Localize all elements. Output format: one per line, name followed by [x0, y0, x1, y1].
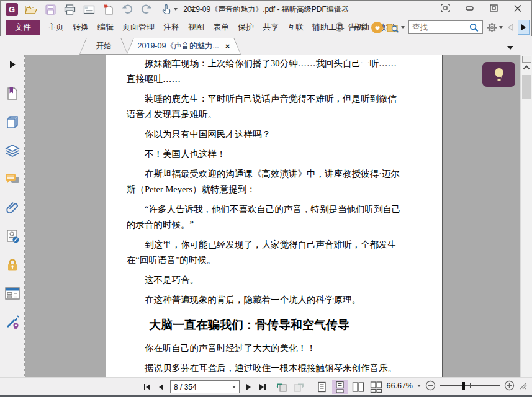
restore-button[interactable] [489, 4, 498, 15]
undo-button[interactable] [120, 2, 134, 16]
save-icon [45, 4, 56, 15]
email-button[interactable] [82, 2, 96, 16]
attachments-panel-button[interactable] [4, 200, 20, 216]
navigation-sidebar [0, 55, 25, 377]
ribbon-scroll-right-button[interactable] [518, 20, 530, 35]
scrollbar-collapse-button[interactable] [522, 56, 531, 63]
scroll-up-icon[interactable] [523, 65, 530, 70]
zoom-value[interactable]: 66.67% [387, 381, 413, 390]
zoom-in-button[interactable] [504, 380, 515, 391]
tab-start-label: 开始 [96, 41, 112, 51]
view-mode-group [314, 380, 384, 394]
zoom-slider[interactable] [440, 381, 500, 390]
settings-button[interactable] [487, 22, 503, 33]
continuous-view-button[interactable] [332, 380, 348, 394]
menu-convert[interactable]: 转换 [68, 19, 93, 35]
menu-comment[interactable]: 注释 [159, 19, 184, 35]
redo-button[interactable] [140, 2, 153, 16]
content-edit-panel-button[interactable] [4, 228, 20, 244]
paragraph: 这不是巧合。 [127, 272, 405, 288]
zoom-slider-thumb[interactable] [462, 382, 465, 390]
comments-panel-button[interactable] [4, 171, 20, 187]
app-window: G [0, 0, 532, 397]
next-view-icon [293, 382, 304, 392]
zoom-dropdown-icon[interactable] [417, 385, 421, 387]
next-page-icon [245, 383, 253, 391]
open-file-button[interactable] [24, 2, 38, 16]
expand-panel-icon [9, 60, 16, 69]
tab-start[interactable]: 开始 [79, 38, 128, 55]
fields-panel-button[interactable] [4, 285, 20, 301]
document-area[interactable]: 撩妹翻车现场：上次给你们播了30分钟……我回头自己一听……直接呕吐…… 装睡的鹿… [25, 55, 532, 377]
paragraph: 到这里，你可能已经发现了，大家觉得自己声音难听，全都发生在“回听语音”的时候。 [127, 237, 405, 268]
tab-close-icon[interactable]: × [225, 42, 230, 50]
menu-connect[interactable]: 互联 [283, 19, 308, 35]
resize-grip-icon[interactable] [519, 381, 527, 390]
content-edit-icon [5, 229, 20, 244]
new-document-button[interactable] [101, 2, 115, 16]
find-input[interactable] [412, 23, 469, 32]
next-view-button[interactable] [293, 382, 304, 392]
print-button[interactable] [63, 2, 76, 16]
lock-icon [5, 257, 20, 273]
scrollbar-thumb[interactable] [522, 75, 531, 99]
menu-home[interactable]: 主页 [43, 19, 68, 35]
folder-search-icon [387, 22, 399, 33]
menu-protect[interactable]: 保护 [233, 19, 258, 35]
menu-edit[interactable]: 编辑 [93, 19, 118, 35]
menu-view[interactable]: 视图 [184, 19, 209, 35]
menu-share[interactable]: 共享 [258, 19, 283, 35]
next-page-button[interactable] [245, 383, 253, 391]
page-number-box[interactable]: 8 / 354 [170, 380, 240, 393]
zoom-controls: 66.67% [387, 380, 527, 391]
first-page-button[interactable] [143, 383, 151, 391]
screen-layout-button[interactable] [441, 4, 450, 15]
menu-file[interactable]: 文件 [6, 20, 40, 35]
zoom-out-button[interactable] [425, 380, 436, 391]
tab-document-label: 2019-09《声音的魅力... [138, 41, 219, 51]
security-panel-button[interactable] [4, 257, 20, 273]
quick-access-toolbar: G [0, 2, 199, 16]
layers-panel-button[interactable] [4, 143, 20, 159]
ribbon-right-tools: 告诉我 [335, 19, 530, 36]
search-scope-button[interactable] [387, 22, 405, 33]
search-icon[interactable] [469, 23, 479, 32]
page-number-value: 8 / 354 [174, 383, 197, 391]
continuous-facing-view-button[interactable] [368, 380, 384, 394]
paragraph: 在这种普遍现象的背后，隐藏着一个坑人的科学原理。 [127, 292, 405, 308]
app-menu-button[interactable]: G [5, 2, 19, 16]
hand-tool-icon [161, 4, 172, 15]
redo-icon [141, 4, 152, 14]
menu-organize[interactable]: 页面管理 [118, 19, 159, 35]
menu-form[interactable]: 表单 [209, 19, 233, 35]
previous-view-button[interactable] [276, 382, 287, 392]
bookmarks-panel-button[interactable] [4, 86, 20, 102]
paragraph: 你以为只有中国网民才这样吗？ [127, 127, 405, 142]
previous-page-button[interactable] [157, 383, 165, 391]
continuous-facing-view-icon [370, 381, 382, 393]
tab-document[interactable]: 2019-09《声音的魅力... × [127, 38, 241, 55]
feedback-button[interactable] [371, 22, 383, 33]
vertical-scrollbar[interactable] [520, 55, 532, 377]
close-button[interactable] [513, 4, 522, 15]
tab-list-dropdown-icon[interactable] [507, 46, 513, 50]
facing-view-button[interactable] [350, 380, 366, 394]
pages-panel-button[interactable] [4, 114, 20, 130]
settings-dropdown-icon [499, 26, 503, 29]
last-page-button[interactable] [258, 383, 267, 391]
hand-tool-button[interactable] [159, 2, 180, 16]
paragraph: 你在听自己的声音时经过了大大的美化！！ [127, 341, 405, 356]
customize-toolbar-button[interactable] [186, 2, 199, 16]
single-page-view-button[interactable] [314, 380, 330, 394]
expand-panel-button[interactable] [4, 60, 20, 69]
facing-view-icon [352, 381, 364, 393]
ai-assistant-button[interactable] [482, 62, 515, 87]
tell-me-label[interactable]: 告诉我 [348, 22, 367, 33]
signatures-panel-button[interactable] [4, 314, 20, 330]
minimize-button[interactable] [465, 4, 474, 15]
ribbon-scroll-left-icon[interactable] [507, 23, 514, 32]
form-fields-icon [4, 287, 20, 300]
save-button[interactable] [43, 2, 57, 16]
pdf-page[interactable]: 撩妹翻车现场：上次给你们播了30分钟……我回头自己一听……直接呕吐…… 装睡的鹿… [106, 55, 443, 377]
menu-bar: 文件 主页 转换 编辑 页面管理 注释 视图 表单 保护 共享 互联 辅助工具 … [0, 19, 532, 36]
